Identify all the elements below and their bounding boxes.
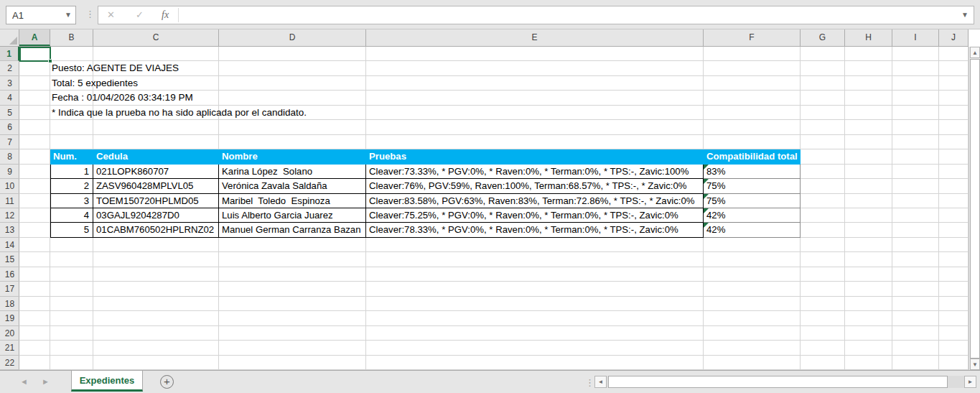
table-cell[interactable]: Verónica Zavala Saldaña: [219, 179, 366, 193]
column-header-B[interactable]: B: [50, 29, 93, 46]
row-header-1[interactable]: 1: [0, 47, 19, 61]
row-header-9[interactable]: 9: [0, 165, 19, 179]
row-header-21[interactable]: 21: [0, 341, 19, 355]
vertical-scrollbar-thumb[interactable]: [970, 59, 980, 359]
table-cell[interactable]: 2: [50, 179, 93, 193]
table-cell[interactable]: 021LOPK860707: [93, 165, 219, 179]
formula-expand-icon[interactable]: ▼: [961, 11, 969, 19]
cancel-icon[interactable]: ✕: [107, 9, 115, 20]
table-cell[interactable]: 3: [50, 194, 93, 208]
prev-sheet-icon[interactable]: ◄: [20, 377, 28, 386]
row-header-5[interactable]: 5: [0, 106, 19, 120]
table-cell[interactable]: 01CABM760502HPLRNZ02: [93, 223, 219, 237]
scroll-right-icon[interactable]: ►: [964, 376, 976, 388]
column-header-H[interactable]: H: [845, 29, 892, 46]
gridline: [844, 47, 845, 370]
table-cell[interactable]: 03GAJL9204287D0: [93, 208, 219, 223]
gridline: [19, 134, 969, 135]
error-indicator-icon: [704, 165, 709, 170]
table-cell[interactable]: Manuel German Carranza Bazan: [219, 223, 366, 237]
row-header-11[interactable]: 11: [0, 194, 19, 208]
table-cell[interactable]: Cleaver:78.33%, * PGV:0%, * Raven:0%, * …: [366, 223, 704, 237]
candidates-table: Num.CedulaNombrePruebasCompatibilidad to…: [50, 149, 801, 238]
selected-cell-outline[interactable]: [19, 47, 51, 62]
scroll-down-icon[interactable]: ▼: [970, 359, 980, 370]
select-all-triangle-icon: [9, 37, 17, 45]
table-cell[interactable]: 42%: [704, 208, 801, 223]
vertical-scrollbar[interactable]: ▲ ▼: [969, 47, 980, 370]
row-header-15[interactable]: 15: [0, 252, 19, 267]
row-header-2[interactable]: 2: [0, 61, 19, 75]
table-cell[interactable]: 83%: [704, 165, 801, 179]
row-header-3[interactable]: 3: [0, 76, 19, 91]
row-header-4[interactable]: 4: [0, 91, 19, 105]
table-cell[interactable]: TOEM150720HPLMD05: [93, 194, 219, 208]
table-cell[interactable]: Cleaver:73.33%, * PGV:0%, * Raven:0%, * …: [366, 165, 704, 179]
column-header-J[interactable]: J: [939, 29, 969, 46]
column-header-C[interactable]: C: [93, 29, 219, 46]
row-header-18[interactable]: 18: [0, 297, 19, 311]
table-cell[interactable]: 75%: [704, 194, 801, 208]
info-line[interactable]: Total: 5 expedientes: [52, 76, 138, 91]
formula-bar: ✕ ✓ fx ▼: [98, 6, 974, 24]
row-header-10[interactable]: 10: [0, 179, 19, 193]
scroll-left-icon[interactable]: ◄: [594, 376, 607, 388]
enter-icon[interactable]: ✓: [136, 9, 144, 20]
row-header-14[interactable]: 14: [0, 238, 19, 252]
column-header-I[interactable]: I: [892, 29, 939, 46]
insert-function-icon[interactable]: fx: [162, 9, 169, 21]
row-header-12[interactable]: 12: [0, 208, 19, 223]
tab-expedientes[interactable]: Expedientes: [71, 371, 143, 392]
gridline: [892, 47, 892, 370]
table-cell[interactable]: Luis Alberto Garcia Juarez: [219, 208, 366, 223]
row-header-17[interactable]: 17: [0, 282, 19, 296]
info-line[interactable]: Puesto: AGENTE DE VIAJES: [52, 61, 179, 75]
add-sheet-button[interactable]: +: [160, 375, 174, 389]
info-line[interactable]: Fecha : 01/04/2026 03:34:19 PM: [52, 91, 193, 105]
name-box[interactable]: A1 ▼: [6, 6, 76, 24]
select-all-button[interactable]: [0, 29, 19, 46]
scrollbar-splitter-icon[interactable]: ⋮: [585, 377, 594, 388]
info-line[interactable]: * Indica que la prueba no ha sido aplica…: [52, 106, 307, 120]
table-cell[interactable]: 4: [50, 208, 93, 223]
table-cell[interactable]: 5: [50, 223, 93, 237]
table-cell[interactable]: 42%: [704, 223, 801, 237]
row-header-16[interactable]: 16: [0, 267, 19, 282]
table-header-cell[interactable]: Compatibilidad total: [704, 149, 801, 164]
table-header-cell[interactable]: Cedula: [93, 149, 219, 164]
next-sheet-icon[interactable]: ►: [42, 377, 50, 386]
table-header-cell[interactable]: Pruebas: [366, 149, 704, 164]
row-header-8[interactable]: 8: [0, 149, 19, 164]
gridline: [19, 296, 969, 297]
table-cell[interactable]: Maribel Toledo Espinoza: [219, 194, 366, 208]
column-header-D[interactable]: D: [219, 29, 366, 46]
table-header-cell[interactable]: Num.: [50, 149, 93, 164]
table-header-cell[interactable]: Nombre: [219, 149, 366, 164]
column-header-A[interactable]: A: [19, 29, 50, 46]
row-header-20[interactable]: 20: [0, 326, 19, 341]
column-header-E[interactable]: E: [366, 29, 704, 46]
name-box-dropdown-icon[interactable]: ▼: [65, 11, 72, 19]
row-header-19[interactable]: 19: [0, 311, 19, 325]
table-cell[interactable]: 75%: [704, 179, 801, 193]
formula-bar-grip-icon[interactable]: ⋮: [85, 9, 95, 19]
table-cell[interactable]: 1: [50, 165, 93, 179]
table-cell[interactable]: Cleaver:75.25%, * PGV:0%, * Raven:0%, * …: [366, 208, 704, 223]
row-header-22[interactable]: 22: [0, 356, 19, 370]
row-header-6[interactable]: 6: [0, 120, 19, 134]
gridline: [938, 47, 939, 370]
table-cell[interactable]: Cleaver:76%, PGV:59%, Raven:100%, Terman…: [366, 179, 704, 193]
sheet-tab-bar: ◄ ► Expedientes + ⋮ ◄ ►: [0, 370, 980, 393]
table-cell[interactable]: Cleaver:83.58%, PGV:63%, Raven:83%, Term…: [366, 194, 704, 208]
scroll-up-icon[interactable]: ▲: [970, 47, 980, 58]
formula-input[interactable]: [182, 8, 950, 22]
row-header-13[interactable]: 13: [0, 223, 19, 237]
column-header-G[interactable]: G: [801, 29, 845, 46]
gridline: [19, 355, 969, 356]
table-cell[interactable]: Karina López Solano: [219, 165, 366, 179]
column-header-F[interactable]: F: [704, 29, 801, 46]
row-header-7[interactable]: 7: [0, 135, 19, 149]
horizontal-scrollbar-thumb[interactable]: [608, 376, 948, 388]
cell-grid[interactable]: Puesto: AGENTE DE VIAJESTotal: 5 expedie…: [19, 47, 969, 370]
table-cell[interactable]: ZASV960428MPLVL05: [93, 179, 219, 193]
